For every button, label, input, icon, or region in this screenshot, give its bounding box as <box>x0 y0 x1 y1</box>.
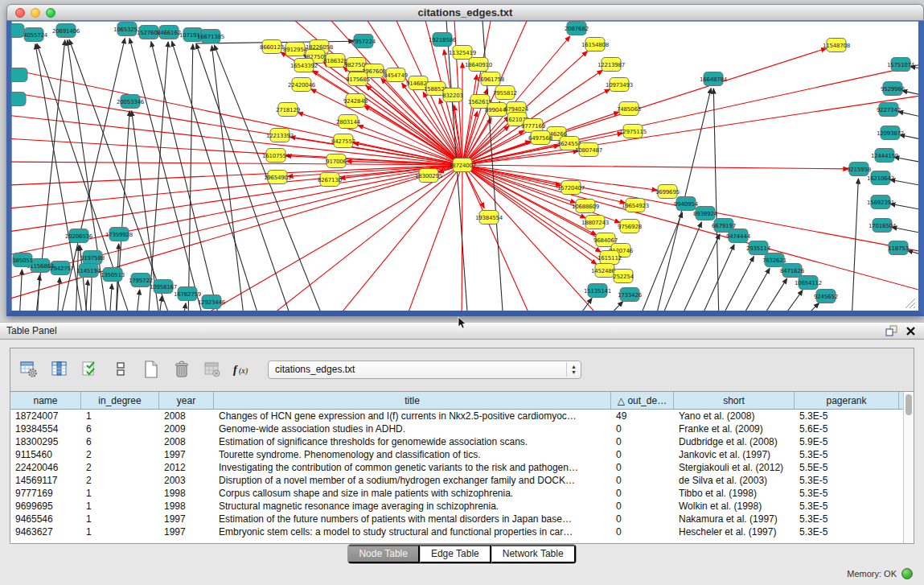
graph-node[interactable]: 8427552 <box>331 134 355 148</box>
unselect-all-icon[interactable] <box>110 359 131 380</box>
graph-node[interactable]: 20691406 <box>52 24 80 38</box>
graph-node[interactable]: 11548708 <box>823 39 850 52</box>
graph-node[interactable]: 19654923 <box>622 199 649 212</box>
resize-grip[interactable] <box>903 296 916 309</box>
table-row[interactable]: 969969511998Structural magnetic resonanc… <box>10 500 903 513</box>
graph-node[interactable]: 832203 <box>442 89 463 102</box>
column-header-year[interactable]: year <box>159 392 214 409</box>
table-row[interactable]: 2242004622012Investigating the contribut… <box>10 461 903 474</box>
graph-node[interactable]: 9227342 <box>877 103 901 117</box>
graph-node[interactable]: 8454749 <box>384 68 408 82</box>
graph-node[interactable]: 10688609 <box>572 200 599 213</box>
graph-node[interactable] <box>11 93 26 106</box>
table-scrollbar[interactable] <box>903 392 914 543</box>
tab-network-table[interactable]: Network Table <box>491 545 576 563</box>
column-header-in_degree[interactable]: in_degree <box>81 392 159 409</box>
graph-node[interactable]: 7485063 <box>617 102 641 116</box>
graph-node[interactable]: 917006 <box>326 154 347 168</box>
close-panel-icon[interactable] <box>903 324 918 337</box>
table-row[interactable]: 911546021997Tourette syndrome. Phenomeno… <box>10 448 903 461</box>
graph-node[interactable]: 15751074 <box>887 58 915 72</box>
memory-status-icon[interactable] <box>901 568 913 579</box>
graph-node[interactable]: 19218586 <box>429 33 457 47</box>
graph-node[interactable]: 9529966 <box>881 82 906 96</box>
table-row[interactable]: 1456911722003Disruption of a novel membe… <box>10 474 903 487</box>
column-header-pagerank[interactable]: pagerank <box>795 392 899 409</box>
graph-node[interactable]: 16671385 <box>197 30 224 43</box>
table-row[interactable]: 1872400712008Changes of HCN gene express… <box>10 410 903 422</box>
graph-node[interactable]: 2803144 <box>336 115 361 129</box>
graph-node[interactable]: 1615112 <box>598 251 622 265</box>
select-column-icon[interactable] <box>49 359 70 380</box>
table-row[interactable]: 946362711997Embryonic stem cells: a mode… <box>10 525 903 538</box>
float-panel-icon[interactable] <box>884 324 898 337</box>
graph-node[interactable]: 9699695 <box>655 185 680 199</box>
graph-node[interactable]: 9175685 <box>346 72 370 86</box>
graph-node[interactable]: 2718129 <box>276 103 300 117</box>
graph-node[interactable]: 6497568 <box>528 131 552 145</box>
graph-node[interactable] <box>11 68 27 82</box>
graph-node[interactable]: 9197588 <box>80 251 105 265</box>
graph-node[interactable]: 12444159 <box>871 149 898 163</box>
graph-node[interactable]: 16210643 <box>867 171 894 185</box>
graph-node[interactable]: 8471626 <box>780 264 805 278</box>
graph-node[interactable]: 9474444 <box>726 229 751 243</box>
graph-node[interactable]: 252254 <box>613 270 634 283</box>
graph-node[interactable]: 16543392 <box>290 59 318 72</box>
graph-node[interactable]: 16648784 <box>700 72 728 86</box>
graph-node[interactable]: 16107554 <box>262 149 290 163</box>
citation-graph[interactable]: 18724007 8660123 8912954 18226058 982750… <box>11 21 918 311</box>
graph-node[interactable]: 19654903 <box>264 171 291 184</box>
table-row[interactable]: 1830029562008Estimation of significance … <box>10 435 903 448</box>
graph-node[interactable]: 12213987 <box>598 58 625 72</box>
graph-node[interactable]: 8660123 <box>260 40 284 54</box>
graph-node[interactable]: 17359928 <box>105 228 133 241</box>
column-header-short[interactable]: short <box>674 392 795 409</box>
graph-node[interactable]: 9215958 <box>847 163 871 176</box>
graph-node[interactable]: 8267130 <box>318 173 342 187</box>
table-select-dropdown[interactable]: citations_edges.txt ▲▼ <box>268 360 581 379</box>
graph-node[interactable]: 1350513 <box>101 268 125 282</box>
tab-edge-table[interactable]: Edge Table <box>420 545 491 563</box>
select-all-icon[interactable] <box>80 359 101 380</box>
graph-node[interactable]: 18724007 <box>449 159 476 172</box>
graph-node[interactable]: 385051 <box>12 253 33 267</box>
graph-node[interactable]: 12923446 <box>198 295 226 309</box>
graph-node[interactable]: 8938924 <box>693 207 718 220</box>
graph-node[interactable]: 20206536 <box>65 229 93 243</box>
graph-node[interactable]: 19384554 <box>475 211 503 225</box>
graph-node[interactable]: 16154808 <box>581 38 609 51</box>
column-header-name[interactable]: name <box>10 392 81 409</box>
tab-node-table[interactable]: Node Table <box>348 545 420 563</box>
column-header-title[interactable]: title <box>214 392 611 409</box>
graph-node[interactable]: 1733426 <box>618 288 643 302</box>
window-titlebar[interactable]: citations_edges.txt <box>6 4 924 21</box>
graph-node[interactable]: 118753 <box>888 241 909 255</box>
graph-node[interactable]: 15720407 <box>557 181 585 195</box>
graph-node[interactable]: 16782759 <box>174 287 201 301</box>
graph-node[interactable]: 15135141 <box>584 284 611 298</box>
new-document-icon[interactable] <box>141 359 162 380</box>
graph-node[interactable]: 9940954 <box>674 197 699 211</box>
graph-node[interactable]: 10807487 <box>575 143 602 157</box>
graph-node[interactable] <box>11 24 24 38</box>
graph-node[interactable]: 12975115 <box>619 125 647 138</box>
table-scrollbar-thumb[interactable] <box>906 394 912 415</box>
graph-node[interactable]: 10958167 <box>150 280 177 294</box>
graph-node[interactable]: 7632621 <box>762 253 786 267</box>
graph-node[interactable]: 17016504 <box>869 219 897 233</box>
graph-node[interactable]: 15692391 <box>867 196 894 209</box>
table-row[interactable]: 946554611997Estimation of the future num… <box>10 513 903 525</box>
graph-node[interactable]: 9777169 <box>521 119 545 133</box>
graph-node[interactable]: 12213393 <box>266 129 294 142</box>
graph-node[interactable]: 2935114 <box>746 241 771 255</box>
table-row[interactable]: 1938455462009Genome-wide association stu… <box>10 422 903 435</box>
delete-icon[interactable] <box>171 359 192 380</box>
graph-node[interactable]: 8466162 <box>157 26 181 39</box>
graph-node[interactable]: 7957224 <box>351 35 376 48</box>
graph-node[interactable]: 9242848 <box>343 94 368 108</box>
table-row[interactable]: 977716911998Corpus callosum shape and si… <box>10 487 903 500</box>
column-header-out_de[interactable]: △ out_de… <box>611 392 674 409</box>
graph-node[interactable]: 11325419 <box>449 46 476 60</box>
graph-node[interactable]: 10973493 <box>606 78 633 92</box>
